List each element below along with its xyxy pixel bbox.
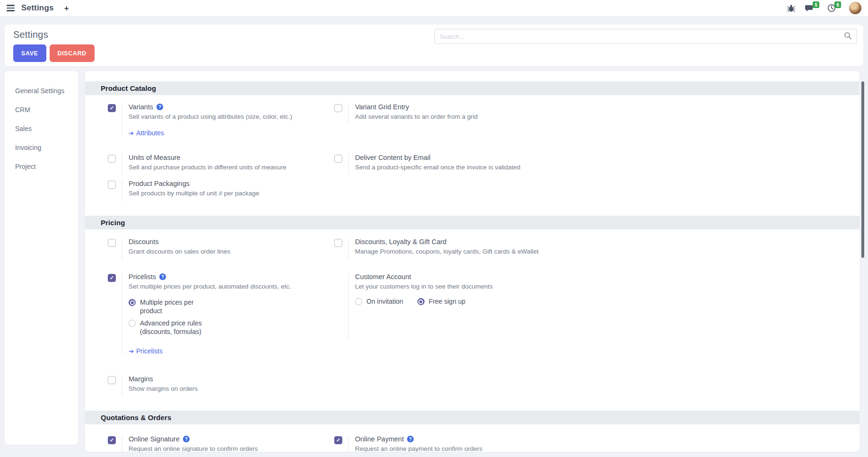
setting-description: Sell products by multiple of unit # per … (129, 189, 259, 198)
arrow-right-icon: ➔ (129, 130, 134, 137)
user-avatar[interactable] (849, 2, 861, 14)
setting-label: Variant Grid Entry (355, 103, 409, 111)
setting-product-packagings: Product Packagings Sell products by mult… (108, 180, 316, 202)
setting-units-of-measure: Units of Measure Sell and purchase produ… (108, 154, 316, 176)
page-title: Settings (13, 29, 48, 40)
setting-description: Show margins on orders (129, 385, 198, 393)
setting-discounts-loyalty-gift-card: Discounts, Loyalty & Gift Card Manage Pr… (334, 238, 599, 260)
section-header-product-catalog: Product Catalog (85, 81, 859, 95)
app-title[interactable]: Settings (21, 3, 54, 13)
help-icon: ? (407, 436, 414, 442)
setting-online-signature: Online Signature ? Request an online sig… (108, 435, 316, 452)
help-icon: ? (156, 104, 163, 110)
setting-description: Request an online signature to confirm o… (129, 445, 258, 452)
radio-advanced-price-rules[interactable]: Advanced price rules (discounts, formula… (129, 319, 291, 336)
messages-count-badge: 5 (813, 1, 819, 8)
setting-description: Add several variants to an order from a … (355, 113, 478, 121)
bug-icon[interactable] (787, 4, 795, 12)
sidebar-item-crm[interactable]: CRM (5, 100, 78, 119)
radio-on-invitation[interactable]: On invitation (355, 298, 403, 306)
radio-free-sign-up[interactable]: Free sign up (417, 298, 466, 306)
messages-icon[interactable]: 5 (805, 4, 814, 12)
setting-deliver-content-by-email: Deliver Content by Email Send a product-… (334, 154, 599, 176)
arrow-right-icon: ➔ (129, 348, 134, 355)
setting-label: Discounts (129, 238, 159, 246)
setting-description: Send a product-specific email once the i… (355, 163, 521, 172)
pricelists-link[interactable]: ➔ Pricelists (129, 347, 291, 355)
setting-online-payment: Online Payment ? Request an online payme… (334, 435, 599, 452)
activities-clock-icon[interactable]: 6 (827, 4, 836, 12)
setting-margins: Margins Show margins on orders (108, 375, 316, 397)
setting-label: Variants (129, 103, 153, 111)
setting-description: Manage Promotions, coupons, loyalty card… (355, 247, 538, 256)
plus-icon[interactable]: + (64, 4, 69, 12)
radio-multiple-prices-per-product[interactable]: Multiple prices per product (129, 299, 291, 315)
save-button[interactable]: SAVE (13, 44, 46, 62)
setting-discounts: Discounts Grant discounts on sales order… (108, 238, 316, 260)
discard-button[interactable]: DISCARD (50, 44, 95, 62)
radio-button[interactable] (129, 299, 136, 306)
loyalty-checkbox[interactable] (334, 239, 342, 247)
sidebar-item-invoicing[interactable]: Invoicing (5, 138, 78, 157)
radio-button[interactable] (129, 320, 136, 327)
online-payment-checkbox[interactable] (334, 436, 342, 444)
activities-count-badge: 6 (834, 1, 841, 8)
help-icon: ? (183, 436, 190, 442)
setting-label: Pricelists (129, 273, 156, 281)
control-panel: Settings SAVE DISCARD (5, 25, 863, 66)
setting-description: Sell and purchase products in different … (129, 163, 286, 172)
packagings-checkbox[interactable] (108, 181, 116, 189)
settings-content: Product Catalog Variants ? Sell variants… (85, 71, 859, 452)
setting-description: Sell variants of a product using attribu… (129, 113, 292, 121)
section-header-quotations-orders: Quotations & Orders (85, 411, 859, 424)
setting-label: Discounts, Loyalty & Gift Card (355, 238, 446, 246)
vertical-scrollbar[interactable] (861, 81, 864, 258)
setting-label: Units of Measure (129, 154, 181, 161)
radio-button[interactable] (355, 298, 362, 305)
setting-description: Grant discounts on sales order lines (129, 247, 230, 256)
settings-sidebar: General Settings CRM Sales Invoicing Pro… (5, 71, 78, 445)
setting-pricelists: Pricelists ? Set multiple prices per pro… (108, 273, 325, 355)
setting-label: Margins (129, 375, 153, 383)
search-bar[interactable] (434, 29, 857, 44)
variant-grid-checkbox[interactable] (334, 104, 342, 112)
pricelists-checkbox[interactable] (108, 274, 116, 282)
uom-checkbox[interactable] (108, 155, 116, 163)
section-header-pricing: Pricing (85, 216, 859, 229)
top-navbar: Settings + 5 6 (0, 0, 868, 16)
setting-description: Let your customers log in to see their d… (355, 282, 493, 291)
sidebar-item-general-settings[interactable]: General Settings (5, 81, 78, 100)
sidebar-item-sales[interactable]: Sales (5, 119, 78, 138)
setting-description: Request an online payment to confirm ord… (355, 445, 482, 452)
setting-label: Product Packagings (129, 180, 190, 187)
attributes-link[interactable]: ➔ Attributes (129, 129, 292, 137)
deliver-email-checkbox[interactable] (334, 155, 342, 163)
online-signature-checkbox[interactable] (108, 436, 116, 444)
setting-description: Set multiple prices per product, automat… (129, 282, 291, 291)
discounts-checkbox[interactable] (108, 239, 116, 247)
radio-button[interactable] (417, 298, 425, 305)
margins-checkbox[interactable] (108, 376, 116, 384)
setting-variant-grid-entry: Variant Grid Entry Add several variants … (334, 103, 599, 125)
setting-label: Online Payment (355, 435, 404, 443)
setting-variants: Variants ? Sell variants of a product us… (108, 103, 316, 137)
setting-label: Customer Account (355, 273, 411, 281)
hamburger-menu-icon[interactable] (7, 5, 15, 11)
setting-label: Online Signature (129, 435, 180, 443)
search-input[interactable] (440, 33, 844, 40)
setting-label: Deliver Content by Email (355, 154, 431, 161)
setting-customer-account: Customer Account Let your customers log … (334, 273, 599, 339)
variants-checkbox[interactable] (108, 104, 116, 112)
search-icon[interactable] (844, 32, 852, 42)
sidebar-item-project[interactable]: Project (5, 157, 78, 176)
help-icon: ? (159, 273, 166, 280)
